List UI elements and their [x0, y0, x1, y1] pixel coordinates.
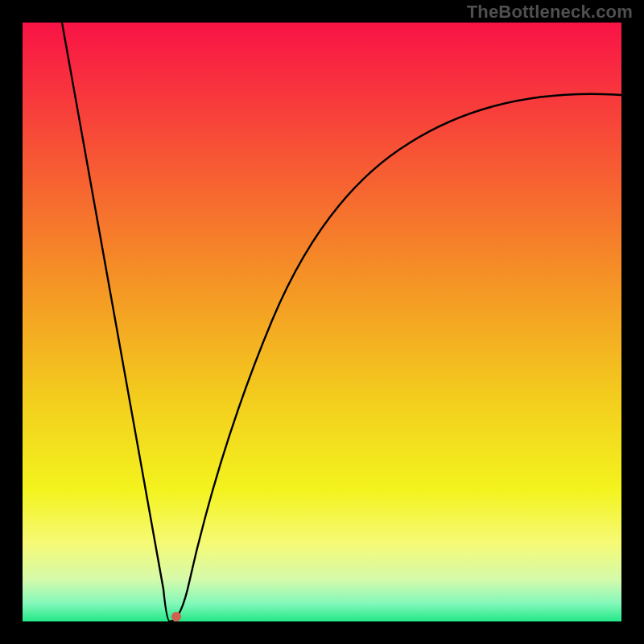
- watermark-text: TheBottleneck.com: [467, 2, 633, 23]
- bottleneck-curve: [62, 23, 621, 621]
- chart-frame: TheBottleneck.com: [0, 0, 644, 644]
- marker-dot: [171, 612, 181, 621]
- curve-layer: [23, 23, 621, 621]
- plot-area: [23, 23, 621, 621]
